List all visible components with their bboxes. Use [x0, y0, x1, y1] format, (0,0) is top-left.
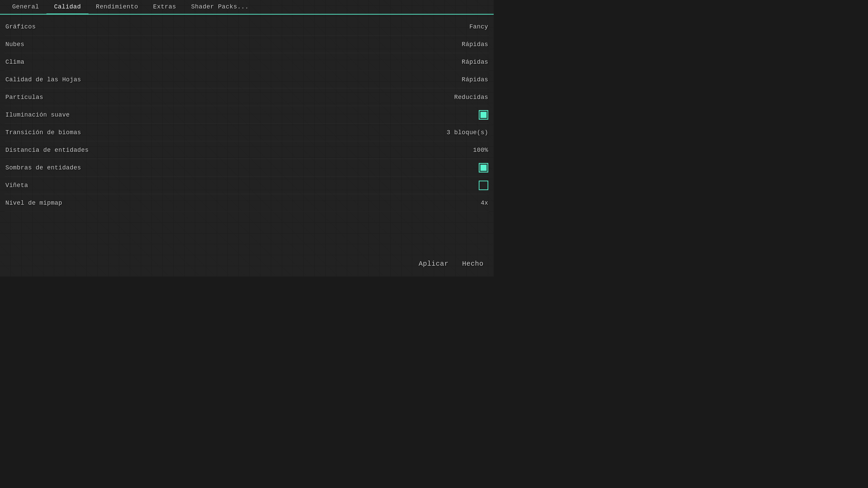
setting-row-nubes: NubesRápidas: [5, 36, 489, 53]
checkbox-inner-iluminacion-suave: [480, 112, 487, 118]
setting-value-transicion-biomas[interactable]: 3 bloque(s): [434, 129, 488, 136]
tab-shader-packs[interactable]: Shader Packs...: [184, 0, 256, 15]
setting-label-particulas: Partículas: [5, 94, 434, 101]
setting-label-distancia-entidades: Distancia de entidades: [5, 147, 434, 154]
setting-value-distancia-entidades[interactable]: 100%: [434, 147, 488, 154]
setting-row-nivel-mipmap: Nivel de mipmap4x: [5, 194, 489, 212]
setting-value-nubes[interactable]: Rápidas: [434, 41, 488, 48]
setting-label-calidad-hojas: Calidad de las Hojas: [5, 76, 434, 83]
setting-row-distancia-entidades: Distancia de entidades100%: [5, 141, 489, 159]
setting-row-calidad-hojas: Calidad de las HojasRápidas: [5, 71, 489, 88]
settings-list: GráficosFancyNubesRápidasClimaRápidasCal…: [0, 15, 494, 215]
setting-row-sombras-entidades: Sombras de entidades: [5, 159, 489, 177]
checkbox-container-iluminacion-suave: [434, 110, 488, 120]
setting-label-nivel-mipmap: Nivel de mipmap: [5, 200, 434, 206]
tab-extras[interactable]: Extras: [146, 0, 184, 15]
setting-label-graficos: Gráficos: [5, 23, 434, 30]
checkbox-vineta[interactable]: [479, 181, 488, 190]
setting-row-transicion-biomas: Transición de biomas3 bloque(s): [5, 124, 489, 141]
main-container: GeneralCalidadRendimientoExtrasShader Pa…: [0, 0, 494, 277]
setting-row-particulas: PartículasReducidas: [5, 88, 489, 106]
setting-value-graficos[interactable]: Fancy: [434, 23, 488, 30]
checkbox-container-sombras-entidades: [434, 163, 488, 172]
setting-label-transicion-biomas: Transición de biomas: [5, 129, 434, 136]
setting-value-nivel-mipmap[interactable]: 4x: [434, 200, 488, 206]
setting-row-graficos: GráficosFancy: [5, 18, 489, 36]
setting-row-clima: ClimaRápidas: [5, 53, 489, 71]
apply-button[interactable]: Aplicar: [415, 258, 452, 270]
setting-label-clima: Clima: [5, 59, 434, 65]
checkbox-inner-sombras-entidades: [480, 165, 487, 171]
setting-label-iluminacion-suave: Iluminación suave: [5, 111, 434, 118]
tab-general[interactable]: General: [5, 0, 46, 15]
setting-value-calidad-hojas[interactable]: Rápidas: [434, 76, 488, 83]
setting-value-particulas[interactable]: Reducidas: [434, 94, 488, 101]
tab-calidad[interactable]: Calidad: [46, 0, 88, 15]
setting-row-vineta: Viñeta: [5, 177, 489, 194]
checkbox-container-vineta: [434, 181, 488, 190]
setting-row-iluminacion-suave: Iluminación suave: [5, 106, 489, 124]
setting-label-sombras-entidades: Sombras de entidades: [5, 164, 434, 171]
checkbox-iluminacion-suave[interactable]: [479, 110, 488, 120]
setting-label-vineta: Viñeta: [5, 182, 434, 189]
bottom-bar: Aplicar Hecho: [415, 258, 487, 270]
setting-value-clima[interactable]: Rápidas: [434, 59, 488, 65]
setting-label-nubes: Nubes: [5, 41, 434, 48]
tab-bar: GeneralCalidadRendimientoExtrasShader Pa…: [0, 0, 494, 15]
tab-rendimiento[interactable]: Rendimiento: [88, 0, 146, 15]
checkbox-sombras-entidades[interactable]: [479, 163, 488, 172]
done-button[interactable]: Hecho: [459, 258, 487, 270]
